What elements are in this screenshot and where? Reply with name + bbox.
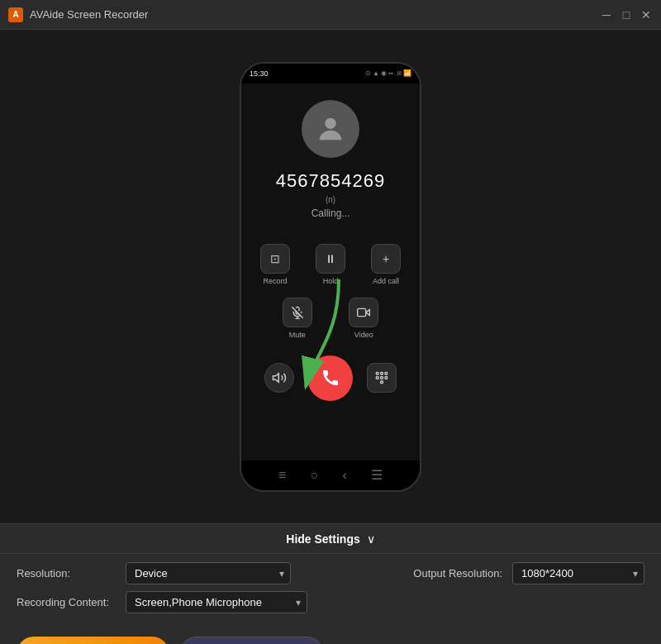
keypad-button[interactable] [367,363,397,393]
record-action-icon: ⊡ [260,244,290,274]
nav-menu-icon: ≡ [278,468,286,483]
svg-rect-3 [358,308,366,316]
minimize-button[interactable]: ─ [600,8,613,21]
bottom-call-row [250,355,411,401]
phone-nav-bar: ≡ ○ ‹ ☰ [241,460,420,490]
output-resolution-select[interactable]: 1080*2400 720*1600 540*1200 [512,562,644,584]
call-actions: ⊡ Record ⏸ Hold + Add call [250,244,411,285]
settings-row-resolution: Resolution: Device Full Screen Custom ▾ … [17,562,644,584]
svg-rect-5 [376,372,378,374]
nav-recent-icon: ☰ [371,467,383,483]
hide-settings-label: Hide Settings [286,532,359,546]
phone-mockup: 15:30 ⊙ ▲ ◉ ▪▪ .ill 📶 4567854269 (n) Cal… [240,62,421,492]
video-icon [349,298,378,327]
content-select-wrapper: Screen,Phone Microphone Screen Only Scre… [126,591,307,613]
end-call-button[interactable] [307,355,353,401]
calling-text: Calling... [311,208,350,219]
hold-action-icon: ⏸ [316,244,345,274]
phone-number: 4567854269 [276,170,385,192]
hold-action-label: Hold [323,277,339,285]
output-resolution-select-wrapper: 1080*2400 720*1600 540*1200 ▾ [512,562,644,584]
svg-rect-10 [385,377,388,379]
record-action[interactable]: ⊡ Record [254,244,297,285]
hide-settings-bar[interactable]: Hide Settings ∨ [0,524,661,554]
record-action-label: Record [263,277,287,285]
settings-panel: Hide Settings ∨ Resolution: Device Full … [0,523,661,644]
phone-status-bar: 15:30 ⊙ ▲ ◉ ▪▪ .ill 📶 [241,64,420,83]
svg-rect-8 [376,377,378,379]
close-button[interactable]: ✕ [640,8,653,21]
app-title: AVAide Screen Recorder [30,8,148,21]
recording-content-label: Recording Content: [17,596,116,608]
hold-action[interactable]: ⏸ Hold [309,244,352,285]
svg-rect-11 [380,381,383,384]
record-button[interactable]: Record [17,637,169,644]
svg-point-0 [325,117,335,128]
title-bar: A AVAide Screen Recorder ─ □ ✕ [0,0,661,30]
svg-marker-2 [366,309,370,315]
svg-rect-6 [380,372,383,374]
output-resolution-label: Output Resolution: [413,567,502,580]
settings-row-content: Recording Content: Screen,Phone Micropho… [17,591,644,613]
resolution-select-wrapper: Device Full Screen Custom ▾ [126,562,291,584]
title-bar-left: A AVAide Screen Recorder [8,7,148,22]
resolution-label: Resolution: [17,567,116,580]
content-select[interactable]: Screen,Phone Microphone Screen Only Scre… [126,591,307,613]
svg-marker-4 [273,374,279,383]
main-content: 15:30 ⊙ ▲ ◉ ▪▪ .ill 📶 4567854269 (n) Cal… [0,30,661,523]
nav-home-icon: ○ [310,468,318,483]
phone-screen: 4567854269 (n) Calling... ⊡ Record ⏸ Hol… [241,83,420,460]
app-icon: A [8,7,23,22]
mute-label: Mute [289,331,306,339]
settings-rows: Resolution: Device Full Screen Custom ▾ … [0,554,661,630]
snapshot-button[interactable]: 📷 SnapShot [179,637,324,644]
svg-rect-7 [385,372,388,374]
status-icons: ⊙ ▲ ◉ ▪▪ .ill 📶 [365,69,411,77]
mute-action[interactable]: Mute [270,298,325,339]
person-icon [314,112,347,145]
resolution-select[interactable]: Device Full Screen Custom [126,562,291,584]
video-action[interactable]: Video [337,298,392,339]
add-call-label: Add call [373,277,399,285]
add-call-action[interactable]: + Add call [364,244,407,285]
speaker-button[interactable] [264,363,294,393]
add-call-icon: + [371,244,401,274]
mute-video-row: Mute Video [250,298,411,339]
svg-rect-9 [380,377,383,379]
window-controls: ─ □ ✕ [600,8,653,21]
contact-avatar [302,100,359,158]
call-id: (n) [326,195,335,204]
mute-icon [283,298,312,327]
bottom-buttons-row: Record 📷 SnapShot Recording history [0,630,661,644]
nav-back-icon: ‹ [343,468,347,483]
output-resolution-group: Output Resolution: 1080*2400 720*1600 54… [413,562,644,584]
status-time: 15:30 [250,69,269,78]
video-label: Video [354,331,373,339]
maximize-button[interactable]: □ [620,8,633,21]
chevron-down-icon: ∨ [367,532,375,546]
